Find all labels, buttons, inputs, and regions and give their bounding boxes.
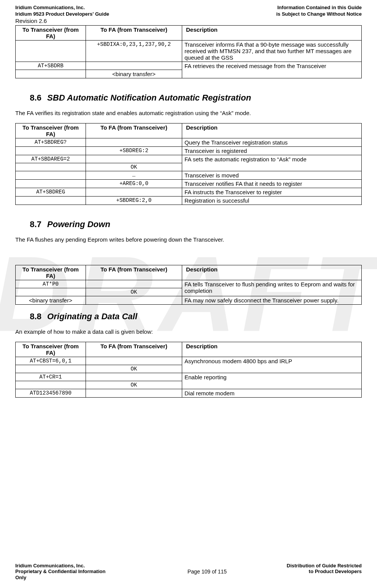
th-to-fa: To FA (from Transceiver) — [86, 123, 182, 138]
th-description: Description — [182, 265, 362, 280]
table-sbd-receive: To Transceiver (from FA) To FA (from Tra… — [15, 25, 362, 78]
cell — [16, 197, 86, 205]
page-header-row2: Iridium 9523 Product Developers' Guide i… — [15, 11, 362, 17]
cell — [86, 138, 182, 147]
footer-only: Only — [15, 575, 26, 580]
th-to-transceiver: To Transceiver (from FA) — [16, 26, 86, 41]
cell-description: Asynchronous modem 4800 bps and IRLP — [182, 357, 362, 373]
cell-response: OK — [86, 288, 182, 296]
cell-command: AT+SBDREG? — [16, 138, 86, 147]
cell-description: FA retrieves the received message from t… — [182, 62, 362, 78]
cell — [86, 389, 182, 398]
para-8-6: The FA verifies its registration state a… — [15, 110, 362, 116]
table-row: AT+SBDAREG=2 FA sets the automatic regis… — [16, 155, 362, 163]
th-description: Description — [182, 26, 362, 41]
cell — [16, 41, 86, 62]
table-header-row: To Transceiver (from FA) To FA (from Tra… — [16, 123, 362, 138]
cell-response: OK — [86, 365, 182, 373]
footer-prop: Proprietary & Confidential Information — [15, 569, 105, 575]
cell — [16, 163, 86, 171]
table-header-row: To Transceiver (from FA) To FA (from Tra… — [16, 26, 362, 41]
cell-response: +AREG:0,0 — [86, 180, 182, 188]
cell — [86, 373, 182, 381]
cell — [86, 188, 182, 197]
th-description: Description — [182, 342, 362, 357]
table-data-call: To Transceiver (from FA) To FA (from Tra… — [15, 342, 362, 398]
secnum: 8.8 — [30, 312, 42, 321]
cell-description: Enable reporting — [182, 373, 362, 389]
table-row: +SBDREG:2,0 Registration is successful — [16, 197, 362, 205]
table-row: … Transceiver is moved — [16, 171, 362, 180]
th-to-fa: To FA (from Transceiver) — [86, 265, 182, 280]
cell-description: Transceiver is moved — [182, 171, 362, 180]
table-row: +SBDIXA:0,23,1,237,90,2 Transceiver info… — [16, 41, 362, 62]
cell — [16, 288, 86, 296]
footer-dist2: to Product Developers — [309, 569, 362, 575]
table-row: AT*P0 FA tells Transceiver to flush pend… — [16, 280, 362, 288]
cell-description: Transceiver informs FA that a 90-byte me… — [182, 41, 362, 62]
cell — [86, 155, 182, 163]
cell — [86, 357, 182, 365]
table-header-row: To Transceiver (from FA) To FA (from Tra… — [16, 342, 362, 357]
cell-description: FA may now safely disconnect the Transce… — [182, 296, 362, 305]
cell-command: AT+SBDAREG=2 — [16, 155, 86, 163]
th-to-transceiver: To Transceiver (from FA) — [16, 265, 86, 280]
cell-response: OK — [86, 163, 182, 171]
cell — [16, 70, 86, 78]
cell-response: <binary transfer> — [86, 70, 182, 78]
table-row: ATD1234567890 Dial remote modem — [16, 389, 362, 398]
cell-response: +SBDREG:2,0 — [86, 197, 182, 205]
th-to-fa: To FA (from Transceiver) — [86, 26, 182, 41]
table-row: AT+SBDREG FA instructs the Transceiver t… — [16, 188, 362, 197]
header-guide: Iridium 9523 Product Developers' Guide — [15, 11, 109, 17]
secnum: 8.6 — [30, 93, 42, 102]
cell-command: AT+CBST=6,0,1 — [16, 357, 86, 365]
th-description: Description — [182, 123, 362, 138]
cell — [16, 365, 86, 373]
cell-command: AT+SBDRB — [16, 62, 86, 70]
heading-8-7: 8.7Powering Down — [30, 219, 362, 229]
cell — [16, 180, 86, 188]
cell-description: FA tells Transceiver to flush pending wr… — [182, 280, 362, 296]
footer-page: Page 109 of 115 — [188, 569, 227, 575]
cell — [16, 171, 86, 180]
cell — [86, 62, 182, 70]
header-info2: is Subject to Change Without Notice — [276, 11, 362, 17]
cell-response: OK — [86, 381, 182, 389]
cell — [86, 280, 182, 288]
cell-description: Registration is successful — [182, 197, 362, 205]
footer-dist1: Distribution of Guide Restricted — [287, 563, 362, 569]
cell-description: Query the Transceiver registration statu… — [182, 138, 362, 147]
page-footer: Iridium Communications, Inc. Distributio… — [15, 563, 362, 580]
sectitle: SBD Automatic Notification Automatic Reg… — [47, 93, 251, 102]
page-header-row1: Iridium Communications, Inc. Information… — [15, 5, 362, 10]
cell — [16, 147, 86, 155]
cell-command: AT*P0 — [16, 280, 86, 288]
cell — [86, 296, 182, 305]
header-info1: Information Contained in this Guide — [277, 5, 362, 10]
cell-description: Transceiver is registered — [182, 147, 362, 155]
cell-command: AT+SBDREG — [16, 188, 86, 197]
cell-command: ATD1234567890 — [16, 389, 86, 398]
heading-8-6: 8.6SBD Automatic Notification Automatic … — [30, 93, 362, 103]
cell-response: +SBDIXA:0,23,1,237,90,2 — [86, 41, 182, 62]
th-to-fa: To FA (from Transceiver) — [86, 342, 182, 357]
cell-command: AT+CR=1 — [16, 373, 86, 381]
heading-8-8: 8.8Originating a Data Call — [30, 312, 362, 322]
table-row: +SBDREG:2 Transceiver is registered — [16, 147, 362, 155]
cell-description: FA sets the automatic registration to “A… — [182, 155, 362, 171]
cell-description: FA instructs the Transceiver to register — [182, 188, 362, 197]
table-row: AT+SBDREG? Query the Transceiver registr… — [16, 138, 362, 147]
para-8-7: The FA flushes any pending Eeprom writes… — [15, 236, 362, 243]
th-to-transceiver: To Transceiver (from FA) — [16, 342, 86, 357]
header-company: Iridium Communications, Inc. — [15, 5, 85, 10]
table-row: +AREG:0,0 Transceiver notifies FA that i… — [16, 180, 362, 188]
header-revision: Revision 2.6 — [15, 18, 362, 24]
secnum: 8.7 — [30, 219, 42, 229]
cell-command: <binary transfer> — [16, 296, 86, 305]
cell-response: … — [86, 171, 182, 180]
table-auto-registration: To Transceiver (from FA) To FA (from Tra… — [15, 123, 362, 205]
cell-description: Transceiver notifies FA that it needs to… — [182, 180, 362, 188]
table-row: AT+CR=1 Enable reporting — [16, 373, 362, 381]
table-header-row: To Transceiver (from FA) To FA (from Tra… — [16, 265, 362, 280]
